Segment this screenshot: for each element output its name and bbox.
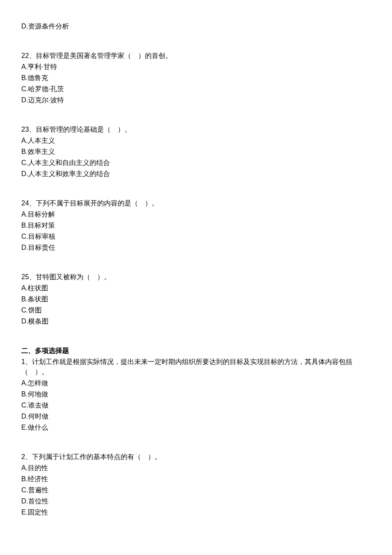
question-23: 23、目标管理的理论基础是（ ）。 A.人本主义 B.效率主义 C.人本主义和自… xyxy=(21,124,371,179)
q21-option-d: D.资源条件分析 xyxy=(21,21,371,32)
section-2-title: 二、多项选择题 xyxy=(21,346,371,356)
mq1-option-d: D.何时做 xyxy=(21,411,371,422)
mq1-text: 1、计划工作就是根据实际情况，提出未来一定时期内组织所要达到的目标及实现目标的方… xyxy=(21,357,371,377)
q25-option-a: A.柱状图 xyxy=(21,283,371,293)
q25-option-c: C.饼图 xyxy=(21,305,371,315)
q23-option-d: D.人本主义和效率主义的结合 xyxy=(21,169,371,179)
q23-option-a: A.人本主义 xyxy=(21,136,371,146)
mq2-text: 2、下列属于计划工作的基本特点的有（ ）。 xyxy=(21,452,371,462)
q24-option-b: B.目标对策 xyxy=(21,220,371,231)
multi-question-2: 2、下列属于计划工作的基本特点的有（ ）。 A.目的性 B.经济性 C.普遍性 … xyxy=(21,452,371,517)
question-25: 25、甘特图又被称为（ ）。 A.柱状图 B.条状图 C.饼图 D.横条图 xyxy=(21,272,371,327)
q25-text: 25、甘特图又被称为（ ）。 xyxy=(21,272,371,282)
question-22: 22、目标管理是美国著名管理学家（ ）的首创。 A.亨利·甘特 B.德鲁克 C.… xyxy=(21,51,371,105)
q24-option-d: D.目标责任 xyxy=(21,243,371,253)
mq2-option-e: E.固定性 xyxy=(21,507,371,517)
q22-option-c: C.哈罗德·孔茨 xyxy=(21,84,371,94)
q23-option-c: C.人本主义和自由主义的结合 xyxy=(21,158,371,168)
mq1-option-b: B.何地做 xyxy=(21,389,371,399)
mq2-option-b: B.经济性 xyxy=(21,474,371,484)
q22-option-d: D.迈克尔·波特 xyxy=(21,95,371,105)
mq2-option-c: C.普遍性 xyxy=(21,485,371,495)
mq2-option-a: A.目的性 xyxy=(21,463,371,473)
mq1-option-c: C.谁去做 xyxy=(21,400,371,410)
q22-option-a: A.亨利·甘特 xyxy=(21,62,371,72)
multi-question-1: 1、计划工作就是根据实际情况，提出未来一定时期内组织所要达到的目标及实现目标的方… xyxy=(21,357,371,433)
question-24: 24、下列不属于目标展开的内容的是（ ）。 A.目标分解 B.目标对策 C.目标… xyxy=(21,198,371,253)
q23-option-b: B.效率主义 xyxy=(21,147,371,157)
mq2-option-d: D.首位性 xyxy=(21,496,371,506)
mq1-option-a: A.怎样做 xyxy=(21,378,371,388)
q24-text: 24、下列不属于目标展开的内容的是（ ）。 xyxy=(21,198,371,208)
q25-option-b: B.条状图 xyxy=(21,294,371,304)
q22-text: 22、目标管理是美国著名管理学家（ ）的首创。 xyxy=(21,51,371,61)
q24-option-a: A.目标分解 xyxy=(21,209,371,220)
q25-option-d: D.横条图 xyxy=(21,316,371,327)
mq1-option-e: E.做什么 xyxy=(21,422,371,433)
q24-option-c: C.目标审核 xyxy=(21,231,371,242)
q22-option-b: B.德鲁克 xyxy=(21,73,371,83)
q23-text: 23、目标管理的理论基础是（ ）。 xyxy=(21,124,371,135)
